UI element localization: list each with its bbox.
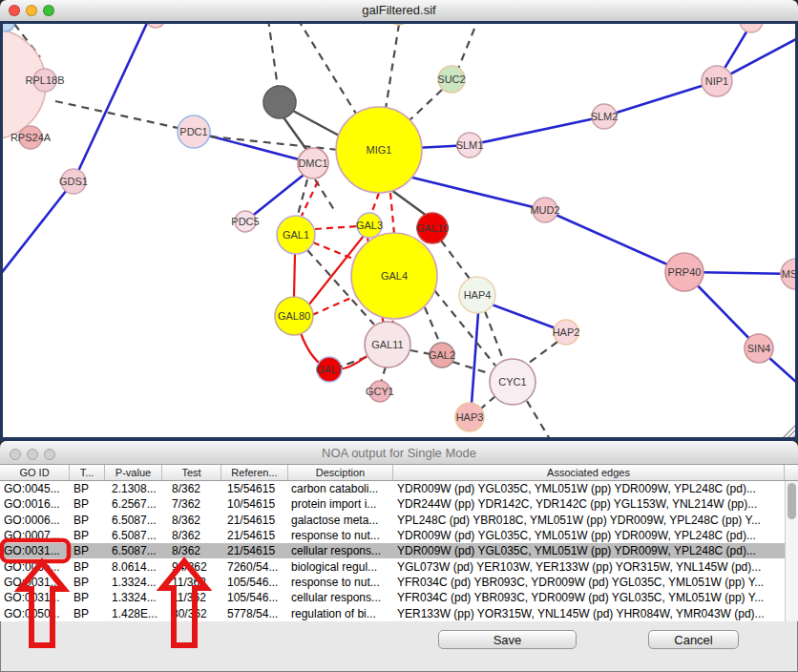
- network-edge: [0, 181, 74, 275]
- table-row[interactable]: GO:0065...BP8.0614...94/3627260/54...bio…: [0, 558, 798, 574]
- network-edge: [386, 24, 399, 109]
- network-edge: [268, 21, 278, 88]
- noa-window-titlebar[interactable]: NOA output for Single Mode: [0, 441, 798, 465]
- network-node[interactable]: [740, 21, 763, 32]
- network-edge: [74, 21, 148, 181]
- cell-edges: YPL248C (pd) YBR018C, YML051W (pp) YDR00…: [393, 514, 785, 527]
- network-node-label: MIG1: [367, 144, 392, 156]
- network-node[interactable]: [388, 21, 410, 25]
- column-header-desciption[interactable]: Desciption: [288, 465, 393, 480]
- cell-p-value: 6.5087...: [105, 544, 162, 557]
- network-window-title: galFiltered.sif: [0, 3, 798, 17]
- column-header-associated-edges[interactable]: Associated edges: [393, 465, 785, 480]
- network-edge: [291, 110, 341, 136]
- cell-description: response to nut...: [288, 576, 393, 589]
- network-canvas[interactable]: RPL18BRPS24AGDS1PDC1DMC1MIG1SUC2SLM1SLM2…: [0, 21, 798, 441]
- network-node-label: GCY1: [366, 386, 394, 397]
- cell-type: BP: [70, 529, 105, 542]
- cell-go-id: GO:0007...: [0, 529, 70, 542]
- cell-go-id: GO:0031...: [0, 591, 70, 604]
- table-row[interactable]: GO:0007...BP6.5087...8/36221/54615respon…: [0, 528, 798, 543]
- network-node-label: HAP2: [553, 326, 580, 338]
- cell-test: 11/362: [162, 576, 221, 589]
- resize-grip-icon[interactable]: [792, 434, 796, 438]
- table-row[interactable]: GO:0031...BP1.3324...11/362105/546...cel…: [0, 590, 798, 605]
- cell-reference: 105/546...: [221, 576, 288, 589]
- cell-go-id: GO:0031...: [0, 576, 70, 589]
- network-node[interactable]: [146, 21, 165, 28]
- cell-test: 7/362: [162, 497, 221, 511]
- table-row[interactable]: GO:0050...BP1.428E...80/3625778/54...reg…: [0, 605, 798, 620]
- cell-reference: 5778/54...: [221, 607, 288, 620]
- cell-test: 80/362: [162, 607, 221, 620]
- network-node-label: GAL2: [429, 349, 455, 361]
- network-node-label: GAL1: [283, 229, 309, 241]
- cell-test: 8/362: [162, 529, 221, 542]
- network-edge: [528, 342, 557, 364]
- network-node-label: NIP1: [705, 75, 728, 87]
- network-node-label: MUD2: [530, 204, 559, 216]
- network-edge: [471, 313, 478, 417]
- cell-type: BP: [70, 497, 105, 511]
- table-row[interactable]: GO:0031...BP6.5087...8/36221/54615cellul…: [0, 543, 798, 558]
- cell-reference: 21/54615: [221, 514, 288, 527]
- cell-p-value: 6.5087...: [105, 529, 162, 542]
- cell-description: regulation of bi...: [288, 607, 393, 620]
- network-edge: [312, 298, 351, 315]
- network-node-label: CYC1: [498, 376, 526, 388]
- network-node-label: MSN1: [782, 268, 798, 280]
- table-scrollbar[interactable]: [785, 481, 798, 621]
- network-edge: [302, 181, 318, 216]
- table-row[interactable]: GO:0016...BP6.2567...7/36210/54615protei…: [0, 496, 798, 512]
- network-edge: [470, 116, 604, 145]
- cell-type: BP: [70, 514, 105, 527]
- network-node-label: DMC1: [298, 158, 327, 169]
- network-edge: [409, 177, 545, 210]
- network-node-label: HAP3: [456, 411, 484, 423]
- cell-type: BP: [70, 544, 105, 557]
- table-row[interactable]: GO:0045...BP2.1308...8/36215/54615carbon…: [0, 481, 798, 496]
- network-node-label: SIN4: [747, 343, 770, 354]
- network-node-label: PRP40: [668, 266, 702, 278]
- cell-p-value: 1.3324...: [105, 576, 162, 589]
- network-edge: [441, 241, 470, 279]
- table-row[interactable]: GO:0031...BP1.3324...11/362105/546...res…: [0, 575, 798, 590]
- save-button[interactable]: Save: [438, 630, 577, 649]
- network-node-label: GAL4: [381, 270, 408, 282]
- column-header-referen[interactable]: Referen...: [221, 465, 288, 480]
- network-edge: [315, 226, 357, 229]
- cell-reference: 10/54615: [221, 497, 288, 511]
- column-header-go-id[interactable]: GO ID: [0, 465, 70, 480]
- network-edge: [458, 29, 474, 69]
- table-row[interactable]: GO:0006...BP6.5087...8/36221/54615galact…: [0, 513, 798, 528]
- button-bar: Save Cancel: [0, 621, 798, 672]
- column-header-t[interactable]: T...: [70, 465, 105, 480]
- column-header-test[interactable]: Test: [162, 465, 221, 480]
- network-edge: [527, 401, 550, 439]
- cell-edges: YDR009W (pd) YGL035C, YML051W (pp) YDR00…: [393, 482, 785, 495]
- network-node[interactable]: [263, 86, 296, 118]
- scrollbar-thumb[interactable]: [788, 483, 796, 519]
- column-header-p-value[interactable]: P-value: [105, 465, 162, 480]
- cell-p-value: 6.2567...: [105, 497, 162, 511]
- network-node-label: GAL10: [416, 222, 449, 234]
- cell-description: cellular respons...: [288, 591, 393, 604]
- cell-description: galactose meta...: [288, 514, 393, 527]
- resize-grip-icon[interactable]: [788, 430, 796, 438]
- network-node-label: RPS24A: [10, 132, 52, 143]
- cell-p-value: 8.0614...: [105, 560, 162, 574]
- cell-type: BP: [70, 560, 105, 574]
- network-window-titlebar[interactable]: galFiltered.sif: [0, 0, 798, 22]
- table-header-row: GO IDT...P-valueTestReferen...Desciption…: [0, 465, 798, 481]
- cancel-button[interactable]: Cancel: [648, 630, 739, 649]
- network-node[interactable]: [0, 21, 14, 32]
- cell-p-value: 2.1308...: [105, 482, 162, 495]
- cell-test: 94/362: [162, 560, 221, 574]
- network-edge: [485, 311, 504, 362]
- network-edge: [425, 307, 440, 344]
- cell-go-id: GO:0050...: [0, 607, 70, 620]
- cell-type: BP: [70, 607, 105, 620]
- network-window: galFiltered.sif RPL18BRPS24AGDS1PDC1DMC1…: [0, 0, 798, 441]
- cell-edges: YER133W (pp) YOR315W, YNL145W (pd) YHR08…: [393, 607, 785, 620]
- cell-go-id: GO:0065...: [0, 560, 70, 574]
